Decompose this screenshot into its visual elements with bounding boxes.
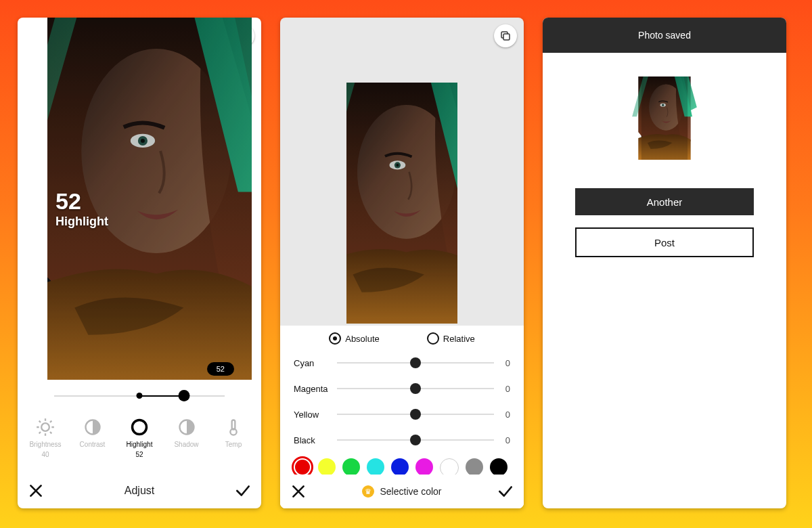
tool-label: Shadow bbox=[174, 441, 198, 448]
slider-label: Black bbox=[294, 435, 337, 445]
overlay-label: Highlight bbox=[55, 215, 108, 229]
mode-label: Relative bbox=[443, 334, 475, 344]
saved-title: Photo saved bbox=[638, 30, 691, 41]
tool-label: Temp bbox=[225, 441, 242, 448]
radio-icon bbox=[427, 332, 439, 345]
adjust-tool-row: Brightness 40 Contrast Highlight 52 Shad… bbox=[23, 418, 256, 458]
slider-yellow[interactable]: Yellow 0 bbox=[294, 401, 510, 427]
swatch[interactable] bbox=[367, 458, 384, 476]
post-button[interactable]: Post bbox=[575, 227, 754, 257]
adjust-slider[interactable] bbox=[54, 389, 225, 403]
swatch[interactable] bbox=[466, 458, 483, 476]
slider-value: 0 bbox=[494, 384, 510, 394]
highlight-icon bbox=[130, 418, 149, 437]
preview-image: 52 Highlight 52 bbox=[47, 18, 252, 380]
bottom-bar: ♛ Selective color bbox=[280, 475, 524, 508]
mode-relative[interactable]: Relative bbox=[427, 332, 475, 345]
slider-magenta[interactable]: Magenta 0 bbox=[294, 376, 510, 401]
slider-value-bubble: 52 bbox=[207, 362, 234, 376]
saved-title-bar: Photo saved bbox=[543, 18, 786, 53]
slider-cyan[interactable]: Cyan 0 bbox=[294, 350, 510, 376]
swatch[interactable] bbox=[391, 458, 409, 476]
tool-contrast[interactable]: Contrast bbox=[70, 418, 115, 458]
tool-label: Brightness bbox=[29, 441, 61, 448]
swatch[interactable] bbox=[415, 458, 433, 476]
mode-row: Absolute Relative bbox=[294, 332, 510, 345]
slider-label: Yellow bbox=[294, 410, 337, 420]
bottom-bar-label: Adjust bbox=[125, 485, 154, 497]
confirm-button[interactable] bbox=[234, 482, 252, 500]
swatch[interactable] bbox=[318, 458, 336, 476]
slider-value: 0 bbox=[494, 410, 510, 420]
swatch[interactable] bbox=[294, 458, 311, 476]
swatch[interactable] bbox=[490, 458, 508, 476]
overlay-value: 52 bbox=[55, 188, 108, 215]
contrast-icon bbox=[83, 418, 102, 437]
bottom-bar-label: Selective color bbox=[380, 486, 441, 497]
compare-icon bbox=[499, 30, 512, 42]
slider-value: 0 bbox=[494, 358, 510, 368]
shadow-icon bbox=[177, 418, 196, 437]
radio-selected-icon bbox=[329, 332, 341, 345]
swatch[interactable] bbox=[342, 458, 360, 476]
slider-black[interactable]: Black 0 bbox=[294, 427, 510, 453]
tool-value: 40 bbox=[41, 451, 49, 458]
tool-highlight[interactable]: Highlight 52 bbox=[117, 418, 162, 458]
mode-label: Absolute bbox=[345, 334, 380, 344]
tool-label: Contrast bbox=[80, 441, 106, 448]
slider-label: Magenta bbox=[294, 384, 337, 394]
bottom-bar: Adjust bbox=[18, 473, 261, 508]
saved-thumbnail bbox=[624, 76, 705, 160]
tool-value: 52 bbox=[135, 451, 143, 458]
temp-icon bbox=[224, 418, 243, 437]
preview-image bbox=[346, 83, 457, 324]
tool-temp[interactable]: Temp bbox=[211, 418, 256, 458]
tool-label: Highlight bbox=[127, 441, 153, 448]
cancel-button[interactable] bbox=[27, 482, 45, 500]
compare-button[interactable] bbox=[494, 24, 517, 47]
mode-absolute[interactable]: Absolute bbox=[329, 332, 380, 345]
adjust-overlay: 52 Highlight bbox=[55, 188, 108, 229]
screen-adjust: 52 Highlight 52 Brightness 40 Contrast H… bbox=[18, 18, 261, 508]
premium-badge-icon: ♛ bbox=[362, 485, 374, 498]
slider-label: Cyan bbox=[294, 358, 337, 368]
tool-brightness[interactable]: Brightness 40 bbox=[23, 418, 68, 458]
screen-selective-color: Absolute Relative Cyan 0 Magenta 0 Yello… bbox=[280, 18, 524, 508]
confirm-button[interactable] bbox=[497, 483, 514, 500]
another-button[interactable]: Another bbox=[575, 188, 754, 215]
slider-value: 0 bbox=[494, 435, 510, 445]
cancel-button[interactable] bbox=[290, 483, 307, 500]
screen-saved: Photo saved Another Post bbox=[543, 18, 786, 508]
tool-shadow[interactable]: Shadow bbox=[164, 418, 209, 458]
brightness-icon bbox=[36, 418, 55, 437]
